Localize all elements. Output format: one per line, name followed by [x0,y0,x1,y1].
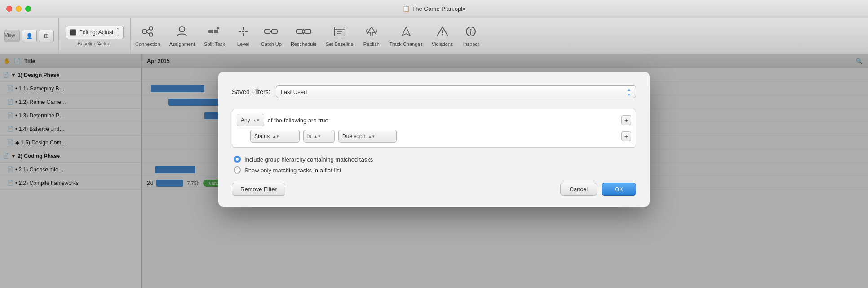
quantifier-value: Any [241,117,250,123]
track-changes-button[interactable]: Track Changes [385,18,427,54]
radio-group: Include group hierarchy containing match… [232,156,636,174]
split-task-label: Split Task [204,41,225,47]
set-baseline-button[interactable]: Set Baseline [321,18,358,54]
baseline-group: ⬛ Editing: Actual ⌃⌄ Baseline/Actual [59,18,131,54]
reschedule-button[interactable]: Reschedule [286,18,321,54]
quantifier-select[interactable]: Any ▲▼ [237,114,264,126]
resource-view-button[interactable]: 👤 [22,30,37,42]
svg-rect-16 [272,30,277,33]
baseline-selector[interactable]: ⬛ Editing: Actual ⌃⌄ [66,26,124,39]
operator-select[interactable]: is ▲▼ [303,130,335,143]
reschedule-label: Reschedule [291,41,317,47]
quantifier-arrow: ▲▼ [253,118,260,122]
baseline-arrow: ⌃⌄ [116,27,120,37]
radio-include[interactable]: Include group hierarchy containing match… [234,156,634,163]
inspect-button[interactable]: Inspect [457,18,484,54]
remove-filter-button[interactable]: Remove Filter [232,183,285,196]
level-button[interactable]: Level [230,18,257,54]
svg-rect-20 [334,27,345,36]
set-baseline-icon [332,25,347,40]
toolbar: ≡ 👤 ⊞ View ⬛ Editing: Actual ⌃⌄ Baseline… [0,18,868,54]
condition-value: Due soon [342,133,365,140]
baseline-label: Baseline/Actual [78,41,112,46]
add-field-condition-button[interactable]: + [621,131,631,141]
modal-right-buttons: Cancel OK [560,183,636,196]
modal-overlay: Saved Filters: Last Used ▲▼ Any ▲▼ of th… [0,54,868,288]
value-select[interactable]: Due soon ▲▼ [338,130,397,143]
select-arrows-icon: ▲▼ [627,87,631,97]
catch-up-icon [264,25,279,40]
assignment-label: Assignment [169,41,195,47]
filter-modal: Saved Filters: Last Used ▲▼ Any ▲▼ of th… [218,72,650,207]
ok-button[interactable]: OK [602,183,636,196]
field-value: Status [254,133,270,140]
svg-point-5 [179,27,185,32]
svg-rect-19 [305,30,311,33]
assignment-button[interactable]: Assignment [165,18,199,54]
saved-filters-row: Saved Filters: Last Used ▲▼ [232,86,636,98]
publish-button[interactable]: Publish [358,18,385,54]
saved-filters-select[interactable]: Last Used ▲▼ [276,86,636,98]
svg-rect-6 [208,30,213,33]
field-arrow: ▲▼ [272,135,279,139]
grid-view-button[interactable]: ⊞ [39,30,54,42]
track-changes-icon [398,25,414,40]
svg-point-29 [470,29,472,30]
svg-point-25 [442,34,443,35]
assignment-icon [176,25,188,40]
saved-filter-value: Last Used [281,89,307,95]
maximize-button[interactable] [25,6,31,12]
set-baseline-label: Set Baseline [326,41,354,47]
connection-icon [141,25,155,40]
saved-filters-label: Saved Filters: [232,88,270,95]
condition-suffix: of the following are true [268,117,328,124]
level-label: Level [237,41,249,47]
publish-label: Publish [363,41,380,47]
radio-flat[interactable]: Show only matching tasks in a flat list [234,166,634,174]
level-icon [237,25,249,40]
operator-arrow: ▲▼ [314,135,321,139]
svg-point-1 [149,27,153,30]
reschedule-icon [296,25,312,40]
svg-line-3 [147,29,149,31]
radio-flat-label: Show only matching tasks in a flat list [244,167,341,174]
condition-detail-row: Status ▲▼ is ▲▼ Due soon ▲▼ + [237,130,631,143]
catch-up-button[interactable]: Catch Up [257,18,286,54]
radio-include-circle [234,156,241,163]
catch-up-label: Catch Up [261,41,282,47]
svg-rect-18 [297,30,303,33]
violations-button[interactable]: Violations [427,18,458,54]
operator-value: is [307,133,311,140]
minimize-button[interactable] [16,6,22,12]
radio-flat-circle [234,166,241,174]
add-condition-button[interactable]: + [621,115,631,125]
traffic-lights [6,6,31,12]
view-group: ≡ 👤 ⊞ View [0,18,59,54]
split-task-icon [208,25,222,40]
value-arrow: ▲▼ [368,135,375,139]
track-changes-label: Track Changes [390,41,423,47]
field-select[interactable]: Status ▲▼ [250,130,300,143]
violations-label: Violations [432,41,453,47]
radio-include-label: Include group hierarchy containing match… [244,156,373,163]
connection-label: Connection [135,41,160,47]
baseline-icon: ⬛ [70,29,76,36]
svg-line-4 [147,32,149,34]
svg-rect-7 [214,30,218,33]
title-bar: 📋 The Game Plan.oplx [0,0,868,18]
connection-button[interactable]: Connection [131,18,165,54]
close-button[interactable] [6,6,12,12]
inspect-icon [465,25,477,40]
modal-buttons: Remove Filter Cancel OK [232,183,636,196]
title-icon: 📋 [403,5,410,12]
quantifier-row: Any ▲▼ of the following are true + [237,114,631,126]
violations-icon [436,25,449,40]
cancel-button[interactable]: Cancel [560,183,597,196]
view-label: View [4,32,15,38]
filter-conditions-box: Any ▲▼ of the following are true + Statu… [232,109,636,148]
svg-point-2 [149,33,153,36]
split-task-button[interactable]: Split Task [199,18,230,54]
content-area: ✋ 📄 Title 📄 ▼ 1) Design Phase 📄 • 1.1) G… [0,54,868,288]
svg-rect-15 [265,30,270,33]
svg-point-0 [142,29,147,34]
